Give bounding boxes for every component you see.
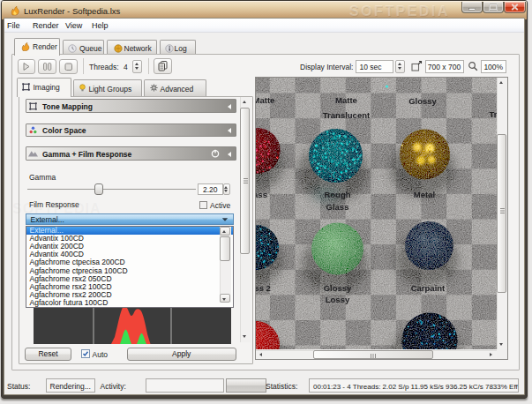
svg-text:Matte: Matte <box>335 95 357 105</box>
svg-text:Glossy: Glossy <box>323 283 351 293</box>
svg-text:Rough: Rough <box>324 190 350 199</box>
svg-text:Translucent: Translucent <box>322 110 370 120</box>
svg-text:Lossy: Lossy <box>325 295 349 304</box>
svg-text:Glass 2: Glass 2 <box>256 283 271 293</box>
svg-text:Glass: Glass <box>256 190 267 199</box>
svg-text:Carpaint: Carpaint <box>410 283 445 293</box>
svg-text:Metal: Metal <box>413 190 434 199</box>
svg-text:Glass: Glass <box>326 202 348 212</box>
svg-text:Matte: Matte <box>256 95 274 105</box>
svg-text:Tr: Tr <box>489 109 496 119</box>
svg-text:Glossy: Glossy <box>408 96 437 106</box>
